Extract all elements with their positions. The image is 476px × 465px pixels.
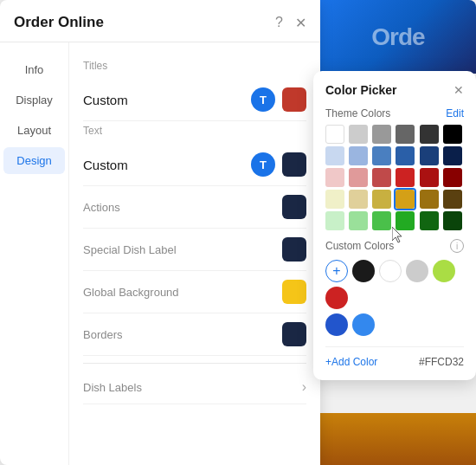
theme-colors-label: Theme Colors xyxy=(325,107,446,119)
hex-value: #FFCD32 xyxy=(419,356,464,368)
theme-color-cell[interactable] xyxy=(443,211,462,230)
background-image-top: Orde xyxy=(320,0,476,74)
theme-color-cell[interactable] xyxy=(372,146,391,165)
theme-color-cell[interactable] xyxy=(420,211,439,230)
sidebar-item-info[interactable]: Info xyxy=(3,56,65,83)
titles-value: Custom xyxy=(83,93,251,107)
special-dish-row: Special Dish Label xyxy=(83,229,306,271)
sidebar-item-display[interactable]: Display xyxy=(3,87,65,113)
close-icon[interactable]: ✕ xyxy=(295,15,306,31)
theme-color-cell[interactable] xyxy=(420,190,439,209)
actions-controls xyxy=(282,195,306,219)
theme-colors-header: Theme Colors Edit xyxy=(325,107,464,119)
custom-swatch-white[interactable] xyxy=(379,260,402,282)
theme-color-cell[interactable] xyxy=(349,190,368,209)
borders-controls xyxy=(282,322,306,346)
text-color-swatch[interactable] xyxy=(282,152,306,177)
actions-label: Actions xyxy=(83,201,282,214)
divider xyxy=(83,363,306,364)
titles-controls: T xyxy=(251,87,306,112)
custom-colors-label: Custom Colors xyxy=(325,240,450,252)
global-background-label: Global Background xyxy=(83,286,282,299)
panel-header: Order Online ? ✕ xyxy=(0,0,320,42)
text-type-icon[interactable]: T xyxy=(251,152,275,177)
dish-labels-controls: › xyxy=(302,379,306,395)
custom-swatch-red[interactable] xyxy=(325,287,348,309)
global-background-color-swatch[interactable] xyxy=(282,280,306,304)
custom-swatch-lightblue[interactable] xyxy=(352,313,375,336)
custom-colors-section: Custom Colors i + xyxy=(325,239,464,336)
main-panel: Order Online ? ✕ Info Display Layout Des… xyxy=(0,0,320,465)
sidebar-item-layout[interactable]: Layout xyxy=(3,117,65,144)
color-picker-panel: Color Picker ✕ Theme Colors Edit xyxy=(313,71,476,380)
custom-colors-header: Custom Colors i xyxy=(325,239,464,253)
theme-color-cell[interactable] xyxy=(372,211,391,230)
theme-color-cell[interactable] xyxy=(325,168,344,187)
theme-color-cell[interactable] xyxy=(325,211,344,230)
actions-color-swatch[interactable] xyxy=(282,195,306,219)
theme-color-cell[interactable] xyxy=(372,125,391,144)
special-dish-color-swatch[interactable] xyxy=(282,237,306,262)
theme-color-cell[interactable] xyxy=(396,211,415,230)
titles-row: Custom T xyxy=(83,79,306,121)
dish-labels-row: Dish Labels › xyxy=(83,371,306,404)
theme-color-cell[interactable] xyxy=(372,190,391,209)
theme-color-cell[interactable] xyxy=(325,146,344,165)
theme-color-cell[interactable] xyxy=(443,168,462,187)
titles-type-icon[interactable]: T xyxy=(251,87,275,112)
cp-header: Color Picker ✕ xyxy=(325,83,464,97)
dish-labels-label: Dish Labels xyxy=(83,381,302,394)
chevron-right-icon[interactable]: › xyxy=(302,379,306,395)
sidebar: Info Display Layout Design xyxy=(0,42,69,465)
titles-section-label: Titles xyxy=(83,60,306,72)
info-icon[interactable]: i xyxy=(450,239,464,253)
theme-color-cell[interactable] xyxy=(325,125,344,144)
borders-label: Borders xyxy=(83,328,282,341)
text-controls: T xyxy=(251,152,306,177)
theme-color-cell[interactable] xyxy=(420,168,439,187)
global-background-row: Global Background xyxy=(83,271,306,313)
custom-swatch-gray[interactable] xyxy=(406,260,428,282)
global-background-controls xyxy=(282,280,306,304)
theme-color-cell[interactable] xyxy=(349,125,368,144)
theme-color-cell[interactable] xyxy=(443,190,462,209)
borders-color-swatch[interactable] xyxy=(282,322,306,346)
special-dish-controls xyxy=(282,237,306,262)
custom-swatch-black[interactable] xyxy=(352,260,375,282)
titles-color-swatch[interactable] xyxy=(282,87,306,112)
theme-colors-edit[interactable]: Edit xyxy=(446,107,464,119)
theme-color-cell[interactable] xyxy=(396,125,415,144)
text-section-label: Text xyxy=(83,125,306,137)
sidebar-item-design[interactable]: Design xyxy=(3,147,65,174)
custom-color-row: + xyxy=(325,260,464,309)
theme-color-cell[interactable] xyxy=(443,146,462,165)
theme-color-cell[interactable] xyxy=(372,168,391,187)
custom-swatch-blue[interactable] xyxy=(325,313,348,336)
theme-color-cell-selected[interactable] xyxy=(396,190,415,209)
cp-close-icon[interactable]: ✕ xyxy=(453,83,464,97)
theme-color-cell[interactable] xyxy=(396,168,415,187)
theme-color-cell[interactable] xyxy=(325,190,344,209)
theme-color-cell[interactable] xyxy=(349,211,368,230)
theme-color-cell[interactable] xyxy=(349,146,368,165)
cp-title: Color Picker xyxy=(325,83,453,97)
header-icons: ? ✕ xyxy=(275,15,306,31)
add-color-link[interactable]: +Add Color xyxy=(325,356,419,368)
theme-color-cell[interactable] xyxy=(396,146,415,165)
help-icon[interactable]: ? xyxy=(275,15,283,30)
theme-color-cell[interactable] xyxy=(443,125,462,144)
theme-color-grid xyxy=(325,125,464,230)
design-content: Titles Custom T Text Custom T Actions xyxy=(69,42,320,465)
panel-title: Order Online xyxy=(14,14,275,31)
theme-color-cell[interactable] xyxy=(420,125,439,144)
special-dish-label: Special Dish Label xyxy=(83,243,282,256)
background-image-bottom xyxy=(320,413,476,465)
text-row: Custom T xyxy=(83,144,306,186)
theme-color-cell[interactable] xyxy=(349,168,368,187)
add-custom-color-button[interactable]: + xyxy=(325,260,348,282)
panel-body: Info Display Layout Design Titles Custom… xyxy=(0,42,320,465)
custom-swatch-green[interactable] xyxy=(433,260,455,282)
cp-footer: +Add Color #FFCD32 xyxy=(325,346,464,368)
theme-color-cell[interactable] xyxy=(420,146,439,165)
borders-row: Borders xyxy=(83,313,306,356)
